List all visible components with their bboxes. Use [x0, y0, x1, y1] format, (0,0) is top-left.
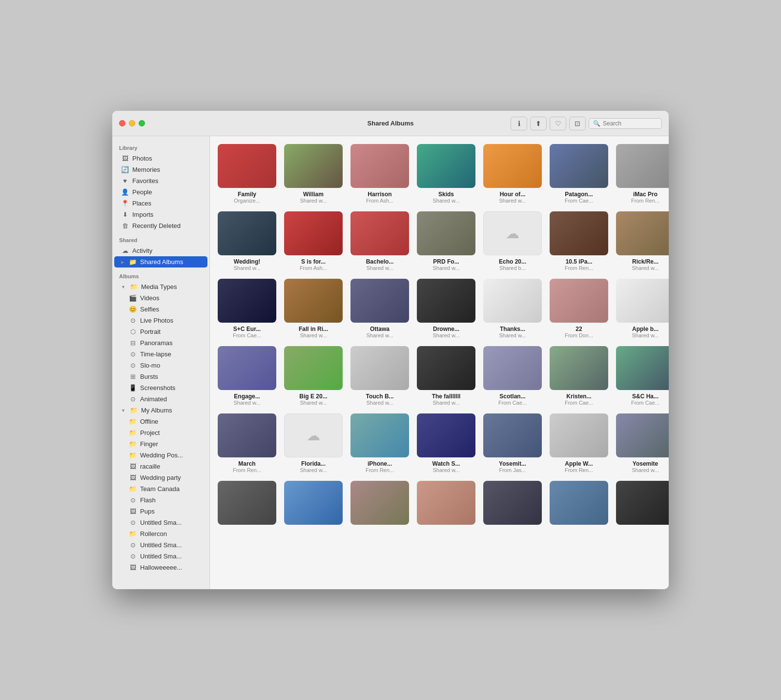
album-item[interactable]: The falllllll Shared w... [417, 346, 475, 406]
sidebar-item-imports[interactable]: ⬇ Imports [114, 209, 207, 220]
team-canada-icon: 📁 [129, 485, 137, 493]
sidebar-item-memories[interactable]: 🔄 Memories [114, 164, 207, 175]
search-box[interactable]: 🔍 [589, 118, 662, 129]
album-item[interactable]: Drowne... Shared w... [417, 279, 475, 338]
sidebar-item-untitled3[interactable]: ⊙ Untitled Sma... [114, 551, 207, 562]
wedding-pos-icon: 📁 [129, 452, 137, 459]
sidebar-item-media-types[interactable]: ▼ 📁 Media Types [114, 281, 207, 292]
favorite-button[interactable]: ♡ [550, 117, 566, 130]
sidebar-item-label: Untitled Sma... [140, 519, 182, 526]
album-item[interactable]: Scotlan... From Cae... [483, 346, 542, 406]
album-item[interactable]: Yosemit... From Jas... [483, 413, 542, 473]
album-item[interactable]: Touch B... Shared w... [350, 346, 409, 406]
album-title: Rick/Re... [616, 258, 669, 265]
slideshow-button[interactable]: ⊡ [569, 117, 586, 130]
album-item[interactable]: S&C Ha... From Cae... [616, 346, 669, 406]
close-button[interactable] [119, 120, 125, 126]
sidebar-item-wedding-pos[interactable]: 📁 Wedding Pos... [114, 450, 207, 461]
album-item[interactable] [550, 481, 608, 528]
window-title: Shared Albums [368, 120, 414, 127]
album-title: Kristen... [550, 393, 608, 400]
sidebar-item-animated[interactable]: ⊙ Animated [114, 393, 207, 405]
album-item[interactable]: Family Organize... [218, 144, 276, 204]
album-thumbnail [218, 211, 276, 255]
sidebar-item-label: racaille [140, 463, 160, 470]
info-button[interactable]: ℹ [511, 117, 527, 130]
sidebar-item-untitled2[interactable]: ⊙ Untitled Sma... [114, 539, 207, 551]
sidebar-item-places[interactable]: 📍 Places [114, 198, 207, 209]
sidebar-item-selfies[interactable]: 😊 Selfies [114, 304, 207, 315]
album-item[interactable]: iPhone... From Ren... [350, 413, 409, 473]
album-item[interactable] [417, 481, 475, 528]
album-item[interactable]: Fall in Ri... Shared w... [284, 279, 343, 338]
sidebar-item-panoramas[interactable]: ⊟ Panoramas [114, 337, 207, 349]
album-item[interactable]: Skids Shared w... [417, 144, 475, 204]
sidebar-item-bursts[interactable]: ⊞ Bursts [114, 371, 207, 382]
sidebar-item-live-photos[interactable]: ⊙ Live Photos [114, 315, 207, 326]
sidebar-item-team-canada[interactable]: 📁 Team Canada [114, 483, 207, 494]
minimize-button[interactable] [129, 120, 135, 126]
album-item[interactable]: S+C Eur... From Cae... [218, 279, 276, 338]
album-item[interactable] [218, 481, 276, 528]
sidebar-item-finger[interactable]: 📁 Finger [114, 438, 207, 450]
sidebar-item-screenshots[interactable]: 📱 Screenshots [114, 382, 207, 393]
album-item[interactable]: S is for... From Ash... [284, 211, 343, 271]
sidebar-item-rollercon[interactable]: 📁 Rollercon [114, 528, 207, 539]
album-item[interactable]: iMac Pro From Ren... [616, 144, 669, 204]
sidebar-item-shared-albums[interactable]: ▶ 📁 Shared Albums [114, 256, 207, 268]
sidebar-item-slo-mo[interactable]: ⊙ Slo-mo [114, 360, 207, 371]
sidebar-item-people[interactable]: 👤 People [114, 186, 207, 198]
sidebar-item-recently-deleted[interactable]: 🗑 Recently Deleted [114, 220, 207, 231]
sidebar-item-photos[interactable]: 🖼 Photos [114, 153, 207, 164]
sidebar-item-activity[interactable]: ☁ Activity [114, 245, 207, 256]
album-item[interactable]: Yosemite Shared w... [616, 413, 669, 473]
album-item[interactable] [284, 481, 343, 528]
album-item[interactable]: Wedding! Shared w... [218, 211, 276, 271]
album-item[interactable]: Apple W... From Ren... [550, 413, 608, 473]
maximize-button[interactable] [139, 120, 145, 126]
album-item[interactable]: Watch S... Shared w... [417, 413, 475, 473]
album-item[interactable]: Apple b... Shared w... [616, 279, 669, 338]
album-item[interactable]: Big E 20... Shared w... [284, 346, 343, 406]
sidebar-item-label: Media Types [141, 283, 177, 290]
album-item[interactable]: William Shared w... [284, 144, 343, 204]
album-item[interactable]: 22 From Don... [550, 279, 608, 338]
sidebar-item-videos[interactable]: 🎬 Videos [114, 292, 207, 304]
share-button[interactable]: ⬆ [530, 117, 547, 130]
album-item[interactable] [350, 481, 409, 528]
album-item[interactable] [616, 481, 669, 528]
album-item[interactable]: Bachelo... Shared w... [350, 211, 409, 271]
album-item[interactable]: March From Ren... [218, 413, 276, 473]
album-thumbnail [417, 144, 475, 188]
album-item[interactable]: Harrison From Ash... [350, 144, 409, 204]
sidebar-item-favorites[interactable]: ♥ Favorites [114, 175, 207, 186]
search-input[interactable] [603, 120, 658, 127]
sidebar-item-flash[interactable]: ⊙ Flash [114, 494, 207, 506]
album-item[interactable]: 10.5 iPa... From Ren... [550, 211, 608, 271]
sidebar-item-pups[interactable]: 🖼 Pups [114, 506, 207, 517]
album-subtitle: From Don... [550, 332, 608, 338]
album-item[interactable]: ☁ Echo 20... Shared b... [483, 211, 542, 271]
sidebar-item-project[interactable]: 📁 Project [114, 427, 207, 438]
album-item[interactable]: ☁ Florida... Shared w... [284, 413, 343, 473]
sidebar-item-racaille[interactable]: 🖼 racaille [114, 461, 207, 472]
sidebar-item-wedding-party[interactable]: 🖼 Wedding party [114, 472, 207, 483]
album-item[interactable]: PRD Fo... Shared w... [417, 211, 475, 271]
album-item[interactable]: Thanks... Shared w... [483, 279, 542, 338]
album-item[interactable]: Kristen... From Cae... [550, 346, 608, 406]
album-item[interactable]: Hour of... Shared w... [483, 144, 542, 204]
sidebar-item-halloweeeee[interactable]: 🖼 Halloweeeee... [114, 562, 207, 573]
album-item[interactable]: Ottawa Shared w... [350, 279, 409, 338]
sidebar-item-portrait[interactable]: ⬡ Portrait [114, 326, 207, 337]
album-item[interactable]: Rick/Re... Shared w... [616, 211, 669, 271]
album-item[interactable]: Patagon... From Cae... [550, 144, 608, 204]
sidebar-item-untitled1[interactable]: ⊙ Untitled Sma... [114, 517, 207, 528]
sidebar-item-my-albums[interactable]: ▼ 📁 My Albums [114, 405, 207, 416]
content-area: Family Organize... William Shared w... H… [210, 136, 669, 589]
sidebar-item-offline[interactable]: 📁 Offline [114, 416, 207, 427]
sidebar-item-time-lapse[interactable]: ⊙ Time-lapse [114, 349, 207, 360]
album-thumbnail: ☁ [483, 211, 542, 255]
album-item[interactable]: Engage... Shared w... [218, 346, 276, 406]
album-item[interactable] [483, 481, 542, 528]
sidebar-item-label: Offline [140, 418, 158, 425]
